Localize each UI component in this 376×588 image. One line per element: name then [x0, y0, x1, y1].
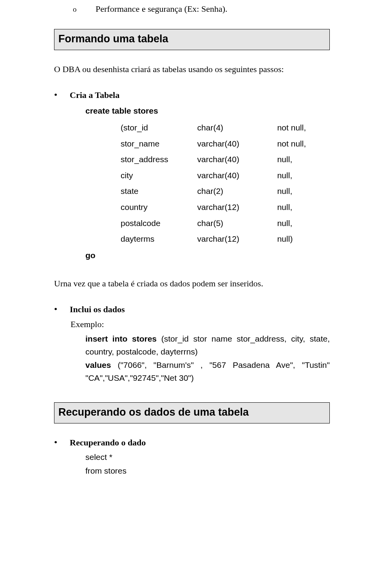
col-null: null,	[277, 183, 330, 199]
go-keyword: go	[85, 251, 96, 260]
bullet-recuperando-text: Recuperando o dado	[70, 436, 330, 449]
col-name: city	[121, 168, 197, 184]
bullet-dot-icon: •	[54, 436, 70, 449]
col-name: stor_address	[121, 152, 197, 168]
intro-paragraph: O DBA ou desenhista criará as tabelas us…	[54, 63, 330, 76]
col-type: varchar(40)	[197, 136, 277, 152]
col-name: state	[121, 183, 197, 199]
col-name: dayterms	[121, 231, 197, 247]
col-null: null,	[277, 168, 330, 184]
bullet-inclui: • Inclui os dados	[54, 303, 330, 316]
table-row: countryvarchar(12)null,	[121, 199, 330, 215]
document-page: o Performance e segurança (Ex: Senha). F…	[0, 0, 376, 588]
col-type: char(5)	[197, 215, 277, 232]
table-row: (stor_idchar(4)not null,	[121, 120, 330, 136]
insert-block: insert into stores (stor_id stor name st…	[85, 333, 330, 358]
col-null: null,	[277, 199, 330, 215]
table-row: statechar(2)null,	[121, 183, 330, 199]
select-line: select *	[85, 451, 330, 464]
bullet-dot-icon: •	[54, 303, 70, 316]
exemplo-label: Exemplo:	[70, 318, 330, 331]
create-table-keyword: create table stores	[85, 106, 158, 115]
col-type: varchar(12)	[197, 199, 277, 215]
bullet-recuperando: • Recuperando o dado	[54, 436, 330, 449]
col-null: not null,	[277, 136, 330, 152]
bullet-cria-tabela-text: Cria a Tabela	[70, 89, 330, 102]
col-type: varchar(12)	[197, 231, 277, 247]
table-row: daytermsvarchar(12)null)	[121, 231, 330, 247]
col-type: varchar(40)	[197, 152, 277, 168]
bullet-marker-o: o	[73, 4, 96, 15]
values-text: ("7066", "Barnum's" , "567 Pasadena Ave"…	[85, 360, 330, 382]
table-row: stor_addressvarchar(40)null,	[121, 152, 330, 168]
code-columns-table: (stor_idchar(4)not null, stor_namevarcha…	[121, 120, 330, 247]
col-type: char(2)	[197, 183, 277, 199]
table-row: postalcodechar(5)null,	[121, 215, 330, 232]
col-type: char(4)	[197, 120, 277, 136]
from-line: from stores	[85, 465, 330, 478]
sub-bullet-text: Performance e segurança (Ex: Senha).	[96, 2, 228, 16]
col-type: varchar(40)	[197, 168, 277, 184]
values-keyword: values	[85, 360, 118, 369]
paragraph-urna: Urna vez que a tabela é criada os dados …	[54, 277, 330, 290]
insert-into-keyword: insert into stores	[85, 334, 161, 343]
section-heading-formando: Formando uma tabela	[54, 29, 330, 50]
code-go: go	[85, 249, 330, 262]
bullet-cria-tabela: • Cria a Tabela	[54, 89, 330, 102]
col-null: null,	[277, 215, 330, 232]
section-heading-recuperando: Recuperando os dados de uma tabela	[54, 402, 330, 423]
col-name: (stor_id	[121, 120, 197, 136]
col-name: postalcode	[121, 215, 197, 232]
code-create-table: create table stores	[85, 104, 330, 118]
col-name: stor_name	[121, 136, 197, 152]
values-block: values ("7066", "Barnum's" , "567 Pasade…	[85, 359, 330, 384]
col-null: not null,	[277, 120, 330, 136]
col-null: null,	[277, 152, 330, 168]
bullet-inclui-text: Inclui os dados	[70, 303, 330, 316]
table-row: cityvarchar(40)null,	[121, 168, 330, 184]
table-row: stor_namevarchar(40)not null,	[121, 136, 330, 152]
bullet-dot-icon: •	[54, 89, 70, 102]
code-columns-block: (stor_idchar(4)not null, stor_namevarcha…	[121, 120, 330, 247]
sub-bullet-item: o Performance e segurança (Ex: Senha).	[73, 2, 330, 16]
col-null: null)	[277, 231, 330, 247]
col-name: country	[121, 199, 197, 215]
